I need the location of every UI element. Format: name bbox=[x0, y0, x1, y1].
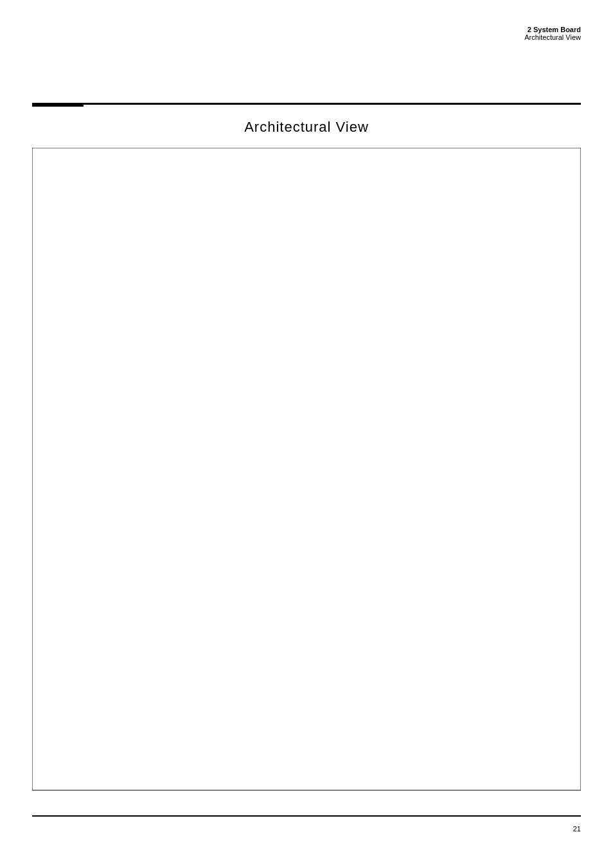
header-subtitle: Architectural View bbox=[524, 33, 581, 41]
top-rule bbox=[32, 103, 581, 105]
page-number: 21 bbox=[573, 825, 581, 833]
section-title: Architectural View bbox=[32, 119, 581, 136]
page-header: 2 System Board Architectural View bbox=[524, 26, 581, 41]
svg-rect-0 bbox=[32, 148, 581, 790]
top-rule-accent bbox=[32, 103, 84, 107]
chapter-title: 2 System Board bbox=[524, 26, 581, 33]
architectural-diagram: text { font-family: Arial, Helvetica, sa… bbox=[32, 148, 581, 816]
bottom-rule bbox=[32, 815, 581, 817]
